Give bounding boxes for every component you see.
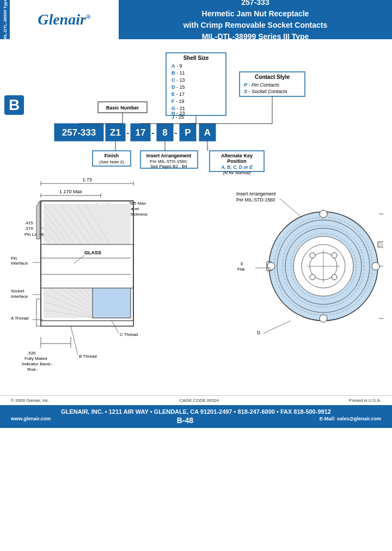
svg-text:P - Pin Contacts: P - Pin Contacts [244, 82, 280, 88]
svg-point-132 [310, 274, 315, 280]
svg-text:(See Note 2): (See Note 2) [99, 160, 124, 164]
cage-code-text: CAGE CODE 06324 [180, 398, 219, 403]
right-circular-view: Insert Arrangement Per MIL-STD-1560 [225, 174, 384, 387]
svg-text:D: D [257, 330, 260, 335]
cross-section-svg: 1.73 1.170 Max .385 Max Panel Thickness … [8, 174, 193, 386]
svg-line-115 [71, 326, 78, 355]
svg-text:Basic Number: Basic Number [106, 105, 139, 111]
svg-point-138 [320, 210, 327, 218]
svg-text:F   -  19: F - 19 [171, 99, 185, 104]
svg-text:P: P [185, 127, 191, 138]
svg-text:S - Socket Contacts: S - Socket Contacts [244, 89, 287, 94]
svg-point-131 [332, 253, 337, 258]
svg-text:Flat: Flat [237, 267, 245, 272]
svg-point-141 [267, 262, 275, 270]
company-logo: Glenair® [38, 11, 91, 28]
logo-area: Glenair® [10, 0, 119, 39]
header-title-area: 257-333 Hermetic Jam Nut Receptacle with… [119, 0, 392, 39]
svg-text:257-333: 257-333 [62, 127, 96, 138]
svg-line-117 [112, 321, 119, 333]
svg-text:Indicator Band–: Indicator Band– [22, 362, 53, 366]
page-number: B-48 [177, 416, 193, 425]
part-number-diagram-section: B Shell Size A - 9 B - 11 C - 13 D - 15 … [0, 39, 392, 171]
footer-top: © 2009 Glenair, Inc. CAGE CODE 06324 Pri… [0, 395, 392, 405]
svg-rect-155 [378, 242, 383, 247]
svg-text:J   -  25: J - 25 [171, 114, 184, 120]
svg-text:Interface: Interface [11, 294, 28, 299]
side-label: MIL-DTL-38999 Type [0, 0, 10, 39]
page-header: MIL-DTL-38999 Type Glenair® 257-333 Herm… [0, 0, 392, 39]
svg-text:Shell Size: Shell Size [183, 55, 209, 61]
svg-point-140 [320, 315, 327, 322]
svg-text:Per MIL-STD-1560: Per MIL-STD-1560 [236, 197, 275, 203]
svg-text:Alternate Key: Alternate Key [221, 153, 253, 158]
svg-rect-119 [36, 299, 41, 326]
svg-text:Position: Position [227, 158, 247, 164]
svg-text:Pin: Pin [11, 256, 17, 261]
svg-text:-: - [174, 127, 177, 138]
svg-text:.520: .520 [27, 351, 36, 356]
svg-text:Finish: Finish [105, 153, 119, 158]
svg-text:GLASS: GLASS [84, 250, 101, 255]
svg-line-146 [264, 321, 291, 333]
section-b-label: B [4, 95, 24, 115]
svg-text:D  -  15: D - 15 [171, 84, 185, 90]
svg-text:B Thread: B Thread [79, 354, 97, 359]
printed-text: Printed in U.S.A. [349, 398, 381, 403]
svg-text:B  -  11: B - 11 [171, 70, 185, 76]
svg-text:A: A [204, 127, 211, 138]
left-cross-section: 1.73 1.170 Max .385 Max Panel Thickness … [8, 174, 220, 387]
part-number-svg: Shell Size A - 9 B - 11 C - 13 D - 15 E … [22, 50, 370, 159]
svg-text:E  -  17: E - 17 [171, 91, 185, 97]
technical-drawing-section: 1.73 1.170 Max .385 Max Panel Thickness … [0, 171, 392, 390]
svg-point-130 [310, 253, 315, 258]
svg-text:-: - [151, 127, 155, 138]
svg-text:Z1: Z1 [110, 127, 121, 138]
svg-text:-: - [126, 127, 130, 138]
svg-text:Insert Arrangement: Insert Arrangement [236, 191, 276, 197]
svg-text:Contact Style: Contact Style [255, 74, 290, 80]
svg-text:17: 17 [136, 127, 146, 138]
svg-point-133 [332, 274, 337, 280]
svg-text:Fully Mated: Fully Mated [24, 356, 47, 361]
svg-text:1.170 Max: 1.170 Max [59, 189, 83, 194]
svg-text:8: 8 [162, 127, 167, 138]
svg-text:Per MIL-STD-1560;: Per MIL-STD-1560; [150, 159, 187, 164]
circular-view-svg: Insert Arrangement Per MIL-STD-1560 [225, 174, 383, 386]
copyright-text: © 2009 Glenair, Inc. [11, 398, 50, 403]
svg-text:A, B, C, D or E: A, B, C, D or E [220, 164, 253, 170]
svg-text:A  -  9: A - 9 [171, 63, 182, 69]
svg-text:C  -  13: C - 13 [171, 77, 185, 83]
svg-text:Interface: Interface [11, 261, 28, 266]
svg-text:A Thread: A Thread [11, 316, 28, 321]
svg-text:1.73: 1.73 [82, 177, 92, 182]
svg-text:Thickness: Thickness [128, 212, 148, 217]
drawing-container: 1.73 1.170 Max .385 Max Panel Thickness … [8, 174, 384, 387]
svg-text:E: E [241, 261, 243, 266]
svg-text:Insert Arrangement: Insert Arrangement [146, 153, 192, 158]
svg-text:Socket: Socket [11, 289, 24, 293]
part-number-diagram: Shell Size A - 9 B - 11 C - 13 D - 15 E … [22, 45, 370, 166]
footer-bottom: GLENAIR, INC. • 1211 AIR WAY • GLENDALE,… [0, 405, 392, 428]
footer-links-row: www.glenair.com B-48 E-Mail: sales@glena… [11, 416, 381, 425]
company-info: GLENAIR, INC. • 1211 AIR WAY • GLENDALE,… [11, 408, 381, 415]
svg-text:Rod–: Rod– [27, 367, 38, 372]
svg-text:.374: .374 [24, 226, 33, 231]
svg-text:.415: .415 [24, 221, 33, 225]
header-title: 257-333 Hermetic Jam Nut Receptacle with… [183, 0, 328, 42]
svg-text:See Pages B2 - B4: See Pages B2 - B4 [150, 164, 188, 169]
email-text: E-Mail: sales@glenair.com [320, 416, 381, 425]
svg-marker-120 [36, 201, 40, 239]
website-text: www.glenair.com [11, 416, 51, 425]
svg-line-123 [280, 199, 302, 217]
svg-point-139 [372, 262, 379, 270]
svg-text:C Thread: C Thread [120, 332, 138, 337]
